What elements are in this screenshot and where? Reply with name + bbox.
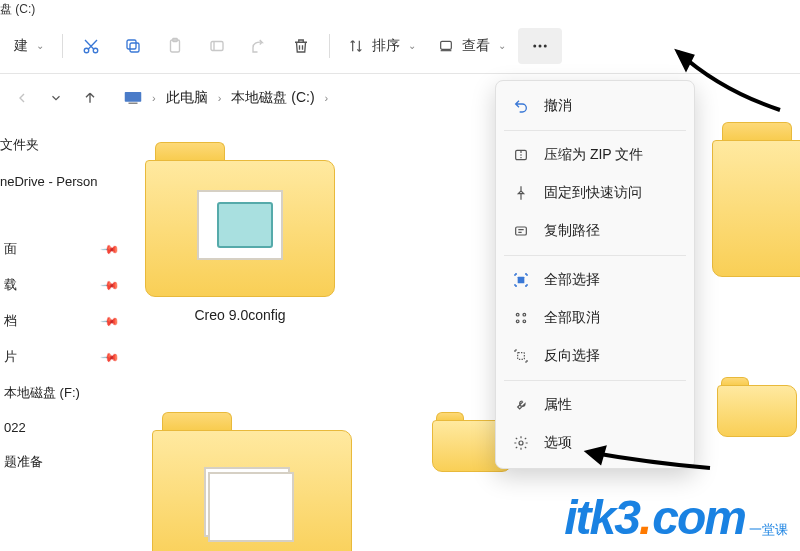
paste-icon xyxy=(155,28,195,64)
svg-marker-22 xyxy=(678,52,692,68)
pin-icon: 📌 xyxy=(100,311,121,332)
chevron-right-icon: › xyxy=(152,92,156,104)
pc-icon xyxy=(124,91,142,105)
svg-rect-20 xyxy=(518,353,525,360)
watermark: itk3.com 一堂课 xyxy=(564,490,788,545)
svg-rect-3 xyxy=(127,40,136,49)
svg-rect-2 xyxy=(130,43,139,52)
crumb-pc[interactable]: 此电脑 xyxy=(166,89,208,107)
svg-point-18 xyxy=(516,320,519,323)
svg-point-9 xyxy=(539,44,542,47)
menu-copy-path[interactable]: 复制路径 xyxy=(496,212,694,250)
divider xyxy=(62,34,63,58)
svg-point-19 xyxy=(523,320,526,323)
sidebar-item[interactable]: 档📌 xyxy=(0,303,132,339)
undo-icon xyxy=(512,97,530,115)
down-icon[interactable] xyxy=(46,88,66,108)
svg-rect-12 xyxy=(129,103,138,105)
chevron-right-icon: › xyxy=(325,92,329,104)
sidebar-item[interactable]: 本地磁盘 (F:) xyxy=(0,375,132,411)
divider xyxy=(329,34,330,58)
back-icon xyxy=(12,88,32,108)
cut-icon[interactable] xyxy=(71,28,111,64)
context-menu: 撤消 压缩为 ZIP 文件 固定到快速访问 复制路径 全部选择 全部取消 反向选… xyxy=(495,80,695,469)
sidebar-item[interactable]: 面📌 xyxy=(0,231,132,267)
invert-icon xyxy=(512,347,530,365)
folder-icon[interactable] xyxy=(152,412,352,551)
folder-item[interactable]: Creo 9.0config xyxy=(140,142,340,323)
menu-pin[interactable]: 固定到快速访问 xyxy=(496,174,694,212)
menu-invert[interactable]: 反向选择 xyxy=(496,337,694,375)
crumb-drive[interactable]: 本地磁盘 (C:) xyxy=(231,89,314,107)
sidebar: 文件夹 neDrive - Person 面📌 载📌 档📌 片📌 本地磁盘 (F… xyxy=(0,122,132,551)
breadcrumb[interactable]: › 此电脑 › 本地磁盘 (C:) › xyxy=(124,89,332,107)
folder-icon[interactable] xyxy=(712,122,800,277)
sidebar-item[interactable]: 载📌 xyxy=(0,267,132,303)
zip-icon xyxy=(512,146,530,164)
pin-icon: 📌 xyxy=(100,239,121,260)
select-all-icon xyxy=(512,271,530,289)
share-icon xyxy=(239,28,279,64)
wrench-icon xyxy=(512,396,530,414)
svg-point-21 xyxy=(519,441,523,445)
svg-rect-15 xyxy=(518,277,525,284)
folder-icon xyxy=(145,142,335,297)
menu-select-all[interactable]: 全部选择 xyxy=(496,261,694,299)
pin-icon: 📌 xyxy=(100,275,121,296)
folder-label: Creo 9.0config xyxy=(194,307,285,323)
deselect-icon xyxy=(512,309,530,327)
sidebar-item[interactable]: 片📌 xyxy=(0,339,132,375)
svg-rect-7 xyxy=(441,41,452,49)
svg-point-8 xyxy=(533,44,536,47)
view-button[interactable]: 查看⌄ xyxy=(428,28,516,64)
svg-rect-6 xyxy=(211,41,223,50)
pin-icon: 📌 xyxy=(100,347,121,368)
content-pane: Creo 9.0config xyxy=(132,122,800,551)
copy-icon[interactable] xyxy=(113,28,153,64)
up-icon[interactable] xyxy=(80,88,100,108)
menu-separator xyxy=(504,130,686,131)
annotation-arrow xyxy=(640,40,790,120)
menu-separator xyxy=(504,255,686,256)
svg-rect-14 xyxy=(516,227,527,235)
svg-point-1 xyxy=(93,48,98,53)
sort-button[interactable]: 排序⌄ xyxy=(338,28,426,64)
sidebar-header: 文件夹 xyxy=(0,132,132,166)
sidebar-onedrive[interactable]: neDrive - Person xyxy=(0,166,132,197)
pin-icon xyxy=(512,184,530,202)
annotation-arrow xyxy=(570,438,720,478)
menu-properties[interactable]: 属性 xyxy=(496,386,694,424)
more-button[interactable] xyxy=(518,28,562,64)
svg-point-17 xyxy=(523,313,526,316)
svg-rect-11 xyxy=(125,92,142,102)
svg-point-16 xyxy=(516,313,519,316)
delete-icon[interactable] xyxy=(281,28,321,64)
copy-path-icon xyxy=(512,222,530,240)
sidebar-item[interactable]: 题准备 xyxy=(0,444,132,480)
menu-separator xyxy=(504,380,686,381)
folder-icon[interactable] xyxy=(717,377,797,437)
svg-point-0 xyxy=(84,48,89,53)
menu-zip[interactable]: 压缩为 ZIP 文件 xyxy=(496,136,694,174)
rename-icon xyxy=(197,28,237,64)
new-button[interactable]: 建⌄ xyxy=(4,28,54,64)
window-title: 盘 (C:) xyxy=(0,0,800,18)
menu-deselect[interactable]: 全部取消 xyxy=(496,299,694,337)
chevron-right-icon: › xyxy=(218,92,222,104)
svg-point-10 xyxy=(544,44,547,47)
gear-icon xyxy=(512,434,530,452)
sidebar-item[interactable]: 022 xyxy=(0,411,132,444)
svg-marker-23 xyxy=(588,448,604,462)
